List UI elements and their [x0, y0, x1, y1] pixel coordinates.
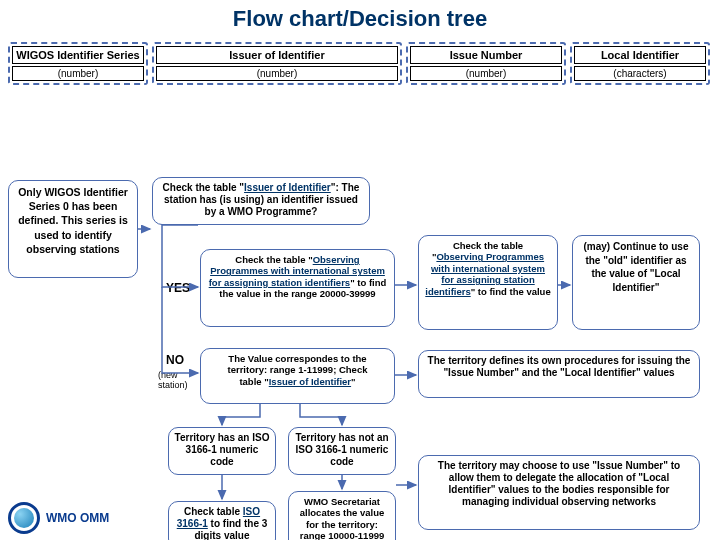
- label-no: NO: [166, 353, 184, 367]
- col-sub-2: (number): [410, 66, 562, 81]
- col-sub-0: (number): [12, 66, 144, 81]
- wmo-logo: WMO OMM: [8, 502, 109, 534]
- col-header-0: WIGOS Identifier Series: [12, 46, 144, 64]
- wmo-text: WMO OMM: [46, 511, 109, 525]
- box-territory-choose: The territory may choose to use "Issue N…: [418, 455, 700, 530]
- col-header-1: Issuer of Identifier: [156, 46, 398, 64]
- box-territory-defines: The territory defines its own procedures…: [418, 350, 700, 398]
- label-new-station: (new station): [158, 370, 188, 390]
- box-yes-observing: Check the table "Observing Programmes wi…: [200, 249, 395, 327]
- col-header-2: Issue Number: [410, 46, 562, 64]
- col-sub-3: (characters): [574, 66, 706, 81]
- col-header-3: Local Identifier: [574, 46, 706, 64]
- box-iso-check: Check table ISO 3166-1 to find the 3 dig…: [168, 501, 276, 540]
- col-sub-1: (number): [156, 66, 398, 81]
- column-headers: WIGOS Identifier Series (number) Issuer …: [0, 42, 720, 85]
- box-no-territory: The Value correspondes to the territory:…: [200, 348, 395, 404]
- box-wmo-secretariat: WMO Secretariat allocates the value for …: [288, 491, 396, 540]
- label-yes: YES: [166, 281, 190, 295]
- box-iso-no: Territory has not an ISO 3166-1 numeric …: [288, 427, 396, 475]
- box-wigos-series: Only WIGOS Identifier Series 0 has been …: [8, 180, 138, 278]
- box-issuer-question: Check the table "Issuer of Identifier": …: [152, 177, 370, 225]
- page-title: Flow chart/Decision tree: [0, 0, 720, 42]
- globe-icon: [8, 502, 40, 534]
- box-issue-check: Check the table "Observing Programmes wi…: [418, 235, 558, 330]
- box-local-old: (may) Continue to use the "old" identifi…: [572, 235, 700, 330]
- box-iso-yes: Territory has an ISO 3166-1 numeric code: [168, 427, 276, 475]
